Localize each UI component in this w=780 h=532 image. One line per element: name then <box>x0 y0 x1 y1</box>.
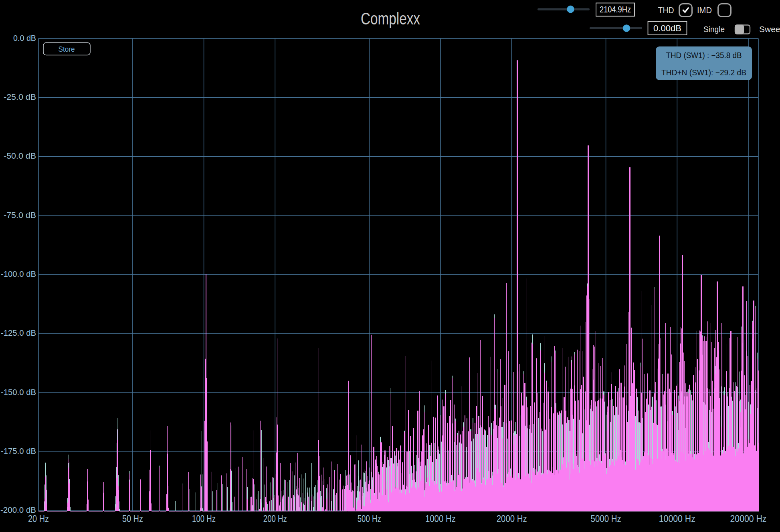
svg-text:Sweep: Sweep <box>759 24 780 34</box>
svg-text:5000 Hz: 5000 Hz <box>591 514 621 524</box>
svg-text:-150.0 dB: -150.0 dB <box>1 387 36 397</box>
svg-text:THD: THD <box>658 6 674 15</box>
svg-text:Store: Store <box>59 45 75 53</box>
svg-text:IMD: IMD <box>697 6 712 15</box>
svg-text:200 Hz: 200 Hz <box>263 514 287 524</box>
svg-text:-125.0 dB: -125.0 dB <box>1 328 36 337</box>
svg-text:2104.9Hz: 2104.9Hz <box>600 5 631 14</box>
svg-text:-100.0 dB: -100.0 dB <box>1 269 36 278</box>
svg-text:-50.0 dB: -50.0 dB <box>4 151 36 160</box>
svg-text:500 Hz: 500 Hz <box>358 514 381 524</box>
svg-text:0.0 dB: 0.0 dB <box>13 33 36 42</box>
svg-text:2000 Hz: 2000 Hz <box>497 514 527 524</box>
svg-text:20 Hz: 20 Hz <box>28 514 49 524</box>
svg-text:50 Hz: 50 Hz <box>122 514 143 524</box>
svg-text:THD+N (SW1): −29.2 dB: THD+N (SW1): −29.2 dB <box>661 68 746 77</box>
svg-text:100 Hz: 100 Hz <box>192 514 216 524</box>
svg-text:-175.0 dB: -175.0 dB <box>1 446 36 455</box>
svg-text:Complexx: Complexx <box>361 9 420 28</box>
svg-text:20000 Hz: 20000 Hz <box>730 514 767 524</box>
svg-text:-75.0 dB: -75.0 dB <box>4 210 36 220</box>
svg-text:1000 Hz: 1000 Hz <box>425 514 456 524</box>
svg-text:0.00dB: 0.00dB <box>653 24 681 33</box>
svg-text:10000 Hz: 10000 Hz <box>659 514 695 524</box>
svg-text:Single: Single <box>703 24 725 34</box>
svg-text:-25.0 dB: -25.0 dB <box>4 92 36 101</box>
svg-text:THD (SW1) : −35.8 dB: THD (SW1) : −35.8 dB <box>666 51 742 60</box>
svg-text:-200.0 dB: -200.0 dB <box>0 505 36 514</box>
